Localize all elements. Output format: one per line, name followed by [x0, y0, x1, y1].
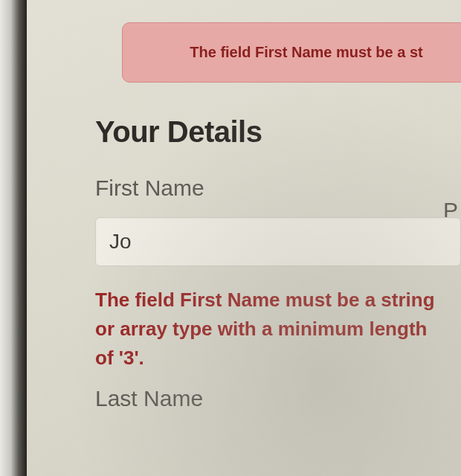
first-name-label: First Name — [95, 176, 461, 201]
section-title-your-details: Your Details — [95, 115, 461, 149]
form-col-first-name: First Name The field First Name must be … — [95, 176, 461, 428]
last-name-label: Last Name — [95, 386, 461, 411]
form-content: The field First Name must be a st Your D… — [27, 0, 461, 428]
validation-alert-banner: The field First Name must be a st — [122, 22, 461, 83]
screen-area: The field First Name must be a st Your D… — [27, 0, 461, 476]
first-name-input[interactable] — [95, 217, 461, 266]
first-name-error: The field First Name must be a string or… — [95, 286, 445, 373]
device-bezel — [0, 0, 27, 476]
form-row-name: First Name The field First Name must be … — [95, 176, 461, 428]
